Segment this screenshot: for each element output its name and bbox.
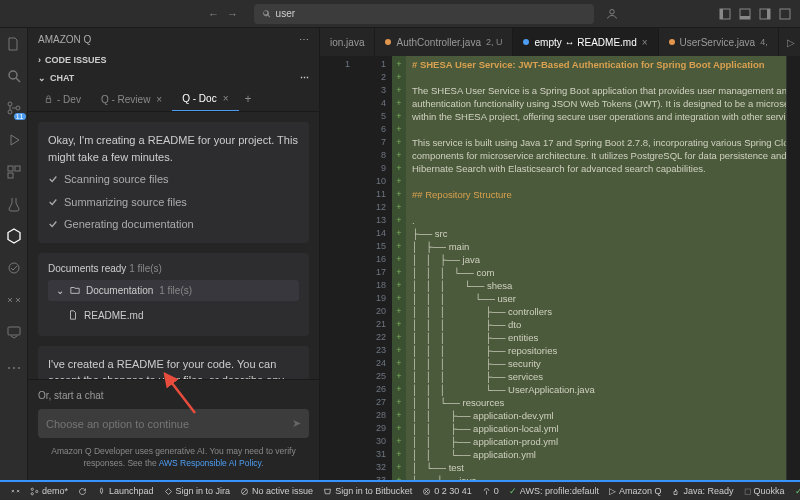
activity-bar: 11: [0, 28, 28, 480]
svg-point-16: [9, 263, 19, 273]
svg-point-12: [16, 106, 20, 110]
chat-message-text: Okay, I'm creating a README for your pro…: [48, 132, 299, 165]
svg-point-19: [13, 367, 15, 369]
prettier-status[interactable]: ✓Prettier: [790, 486, 800, 496]
send-icon[interactable]: ➤: [292, 417, 301, 430]
search-icon: [262, 9, 272, 19]
aws-profile-indicator[interactable]: ✓AWS: profile:default: [504, 486, 604, 496]
search-input[interactable]: [276, 8, 586, 19]
layout-bottom-icon[interactable]: [738, 7, 752, 21]
bookmarks-icon[interactable]: [4, 322, 24, 342]
modified-dot-icon: [385, 39, 391, 45]
active-issue-indicator[interactable]: No active issue: [235, 486, 318, 496]
chat-input[interactable]: [46, 418, 276, 430]
nav-back-icon[interactable]: ←: [208, 8, 219, 20]
close-icon[interactable]: ×: [156, 94, 162, 105]
remote-icon[interactable]: [4, 290, 24, 310]
documentation-folder[interactable]: ⌄ Documentation 1 file(s): [48, 280, 299, 301]
minimap[interactable]: [786, 56, 800, 480]
branch-icon: [30, 487, 39, 496]
documents-ready-card: Documents ready 1 file(s) ⌄ Documentatio…: [38, 253, 309, 336]
explorer-icon[interactable]: [4, 34, 24, 54]
svg-rect-13: [8, 166, 13, 171]
sync-button[interactable]: [73, 487, 92, 496]
amazonq-icon[interactable]: [4, 226, 24, 246]
or-start-chat-label: Or, start a chat: [38, 390, 309, 401]
search-activity-icon[interactable]: [4, 66, 24, 86]
rocket-icon: [97, 487, 106, 496]
sync-icon: [78, 487, 87, 496]
quokka-status[interactable]: ◻Quokka: [739, 486, 790, 496]
account-icon[interactable]: [606, 8, 618, 20]
check-icon: [48, 174, 58, 184]
bitbucket-icon: [323, 487, 332, 496]
svg-rect-2: [720, 9, 723, 19]
code-issues-section[interactable]: ›CODE ISSUES: [28, 51, 319, 69]
more-icon[interactable]: [4, 358, 24, 378]
readme-file[interactable]: README.md: [48, 305, 299, 326]
chat-tab-doc[interactable]: Q - Doc×: [172, 87, 238, 111]
chat-tab-review[interactable]: Q - Review×: [91, 87, 172, 111]
svg-point-18: [8, 367, 10, 369]
aws-icon[interactable]: [4, 258, 24, 278]
chat-more-icon[interactable]: ⋯: [300, 73, 309, 83]
amazonq-status[interactable]: ▷ Amazon Q: [604, 486, 667, 496]
panel-more-icon[interactable]: ⋯: [299, 34, 309, 45]
svg-point-24: [31, 492, 33, 494]
jira-signin-button[interactable]: Sign in to Jira: [159, 486, 236, 496]
code-view[interactable]: # SHESA User Service: JWT-Based Authenti…: [406, 56, 786, 480]
editor-tab[interactable]: AuthController.java2, U: [375, 28, 513, 56]
editor-tab[interactable]: UserService.java4,: [659, 28, 779, 56]
svg-rect-14: [15, 166, 20, 171]
editor-content[interactable]: 1 12345678910111213141516171819202122232…: [320, 56, 800, 480]
check-icon: [48, 197, 58, 207]
folder-icon: [70, 285, 80, 295]
extensions-icon[interactable]: [4, 162, 24, 182]
layout-right-icon[interactable]: [758, 7, 772, 21]
nav-forward-icon[interactable]: →: [227, 8, 238, 20]
svg-line-27: [242, 489, 247, 494]
java-status[interactable]: Java: Ready: [666, 486, 738, 496]
amazonq-panel: AMAZON Q ⋯ ›CODE ISSUES ⌄CHAT⋯ - Dev Q -…: [28, 28, 320, 480]
svg-rect-4: [740, 16, 750, 19]
check-icon: [48, 219, 58, 229]
antenna-icon: [482, 487, 491, 496]
layout-customize-icon[interactable]: [778, 7, 792, 21]
source-control-icon[interactable]: 11: [4, 98, 24, 118]
disclaimer-text: Amazon Q Developer uses generative AI. Y…: [38, 446, 309, 470]
close-icon[interactable]: ×: [223, 93, 229, 104]
editor-tab[interactable]: ion.java: [320, 28, 375, 56]
error-icon: [422, 487, 431, 496]
bitbucket-signin-button[interactable]: Sign in to Bitbucket: [318, 486, 417, 496]
remote-indicator[interactable]: [6, 487, 25, 496]
run-debug-icon[interactable]: [4, 130, 24, 150]
file-icon: [68, 310, 78, 320]
line-gutter-modified: 1234567891011121314151617181920212223242…: [356, 56, 392, 480]
editor-tab-active[interactable]: empty ↔ README.md×: [513, 28, 658, 56]
add-tab-button[interactable]: +: [239, 87, 258, 111]
layout-left-icon[interactable]: [718, 7, 732, 21]
ports-indicator[interactable]: 0: [477, 486, 504, 496]
chat-message: Okay, I'm creating a README for your pro…: [38, 122, 309, 243]
chat-message-text: I've created a README for your code. You…: [48, 356, 299, 380]
svg-point-25: [36, 490, 38, 492]
launchpad-button[interactable]: Launchpad: [92, 486, 159, 496]
problems-indicator[interactable]: 0 2 30 41: [417, 486, 477, 496]
svg-rect-6: [767, 9, 770, 19]
lock-icon: [44, 95, 53, 104]
run-icon[interactable]: ▷: [787, 37, 795, 48]
command-center[interactable]: [254, 4, 594, 24]
svg-point-10: [8, 102, 12, 106]
editor-tabs: ion.java AuthController.java2, U empty ↔…: [320, 28, 800, 56]
chat-input-box[interactable]: ➤: [38, 409, 309, 438]
chat-section[interactable]: ⌄CHAT⋯: [28, 69, 319, 87]
test-icon[interactable]: [4, 194, 24, 214]
responsible-ai-link[interactable]: AWS Responsible AI Policy: [159, 458, 262, 468]
svg-point-0: [610, 9, 615, 14]
svg-rect-17: [8, 327, 20, 335]
scm-badge: 11: [14, 113, 26, 120]
chat-tab-dev[interactable]: - Dev: [34, 87, 91, 111]
branch-indicator[interactable]: demo*: [25, 486, 73, 496]
svg-point-11: [8, 110, 12, 114]
close-icon[interactable]: ×: [642, 37, 648, 48]
